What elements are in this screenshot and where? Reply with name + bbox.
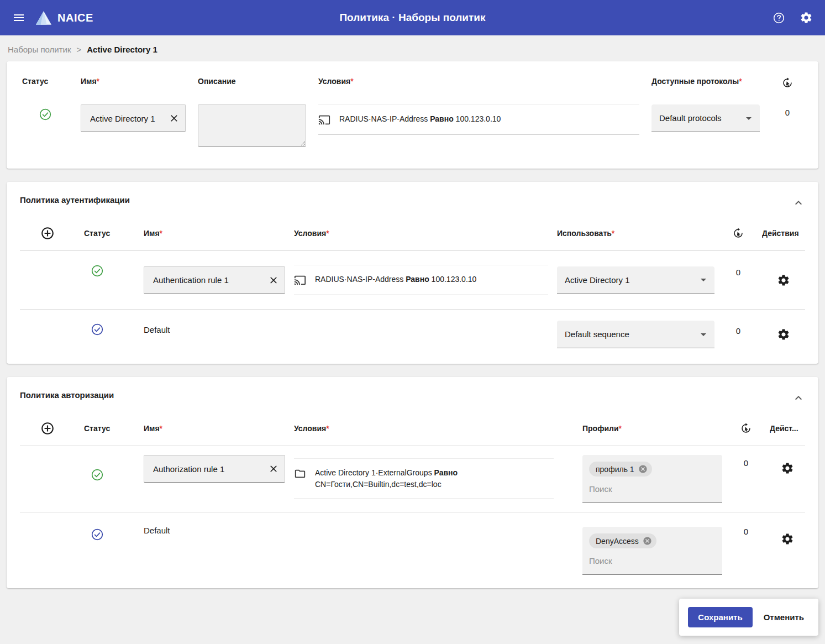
settings-button[interactable] [795, 7, 817, 29]
condition-item[interactable]: Active Directory 1·ExternalGroups Равно … [294, 467, 554, 490]
row-status-cell [84, 264, 135, 280]
status-ok-icon[interactable] [39, 108, 52, 121]
condition-text: RADIUS·NAS-IP-Address Равно 100.123.0.10 [315, 274, 476, 285]
row-settings-button[interactable] [779, 530, 796, 548]
row-actions-cell [770, 459, 805, 477]
col-header-use: Использовать* [557, 229, 714, 238]
row-settings-button[interactable] [775, 271, 792, 289]
authentication-rule-row: RADIUS·NAS-IP-Address Равно 100.123.0.10… [20, 251, 805, 310]
authorization-table: Статус Имя* Условия* Профили* Дейст... [7, 409, 818, 588]
authorization-policy-card: Политика авторизации Статус Имя* Условия… [7, 377, 818, 588]
profiles-search-placeholder[interactable]: Поиск [589, 556, 716, 566]
col-header-protocols: Доступные протоколы* [651, 69, 760, 101]
profile-chip[interactable]: профиль 1 [589, 462, 652, 477]
authorization-section-header: Политика авторизации [7, 377, 818, 409]
condition-item[interactable]: RADIUS·NAS-IP-Address Равно 100.123.0.10 [294, 274, 548, 286]
col-header-hits [772, 69, 803, 104]
authorization-header-row: Статус Имя* Условия* Профили* Дейст... [20, 409, 805, 446]
profiles-field[interactable]: DenyAccess Поиск [582, 527, 722, 575]
status-ok-icon[interactable] [91, 323, 104, 338]
rule-conditions[interactable]: RADIUS·NAS-IP-Address Равно 100.123.0.10 [294, 265, 548, 295]
required-mark: * [619, 424, 622, 433]
close-icon [268, 463, 279, 474]
add-authorization-rule-button[interactable] [38, 419, 57, 438]
hit-counter: 0 [723, 264, 753, 277]
breadcrumb-separator: > [76, 45, 81, 54]
policy-set-name-field [81, 104, 186, 132]
policy-set-header-row: Статус Имя* Описание Условия* Доступные … [22, 69, 803, 104]
chevron-down-icon [697, 328, 710, 341]
row-actions-cell [762, 271, 805, 289]
hit-counter: 0 [731, 523, 761, 536]
chip-remove-icon[interactable] [643, 536, 652, 546]
save-button[interactable]: Сохранить [688, 607, 752, 627]
policy-set-name-input[interactable] [89, 113, 165, 124]
rule-name-field [144, 455, 285, 483]
col-header-name: Имя* [144, 229, 285, 238]
rule-name-input[interactable] [152, 464, 265, 474]
row-status-cell [84, 528, 135, 543]
gear-icon [781, 532, 794, 546]
profile-chip[interactable]: DenyAccess [589, 533, 656, 548]
policy-set-description-cell [198, 104, 306, 149]
rule-name-field [144, 266, 285, 294]
breadcrumb: Наборы политик > Active Directory 1 [0, 35, 825, 61]
authorization-default-row: Default DenyAccess Поиск 0 [20, 512, 805, 584]
hit-counter: 0 [772, 104, 803, 117]
col-header-actions: Дейст... [770, 424, 805, 433]
authentication-section-header: Политика аутентификации [7, 182, 818, 214]
row-settings-button[interactable] [779, 459, 796, 477]
identity-source-select[interactable]: Default sequence [557, 321, 714, 348]
status-ok-icon[interactable] [91, 468, 104, 484]
condition-item[interactable]: RADIUS·NAS-IP-Address Равно 100.123.0.10 [318, 113, 639, 126]
chip-label: профиль 1 [596, 465, 634, 474]
col-header-conditions: Условия* [294, 229, 548, 238]
breadcrumb-parent-link[interactable]: Наборы политик [8, 45, 71, 54]
clear-name-button[interactable] [265, 271, 282, 289]
policy-set-conditions[interactable]: RADIUS·NAS-IP-Address Равно 100.123.0.10 [318, 104, 639, 135]
row-settings-button[interactable] [775, 326, 792, 343]
profiles-search-placeholder[interactable]: Поиск [589, 484, 716, 494]
collapse-authentication-button[interactable] [787, 192, 810, 214]
required-mark: * [160, 424, 162, 433]
col-header-name: Имя* [144, 424, 285, 433]
status-ok-icon[interactable] [91, 264, 104, 280]
identity-source-select[interactable]: Active Directory 1 [557, 266, 714, 294]
col-header-status: Статус [22, 69, 69, 101]
row-status-cell [84, 468, 135, 484]
help-button[interactable] [768, 7, 790, 29]
clear-name-button[interactable] [265, 460, 282, 478]
col-header-name: Имя* [81, 69, 186, 101]
policy-set-status-cell [22, 104, 69, 123]
menu-button[interactable] [8, 7, 30, 29]
add-authentication-rule-button[interactable] [38, 224, 57, 243]
cancel-button[interactable]: Отменить [760, 607, 807, 627]
chip-remove-icon[interactable] [638, 464, 648, 474]
default-rule-label: Default [144, 526, 285, 535]
rule-name-input[interactable] [152, 275, 265, 285]
rule-conditions[interactable]: Active Directory 1·ExternalGroups Равно … [294, 458, 554, 499]
hits-icon [732, 227, 744, 239]
gear-icon [777, 274, 790, 287]
col-header-description: Описание [198, 69, 306, 101]
plus-circle-icon [40, 421, 55, 436]
add-cell [20, 419, 75, 438]
gear-icon [781, 462, 794, 475]
description-textarea[interactable] [198, 104, 306, 146]
protocols-select[interactable]: Default protocols [651, 104, 760, 132]
status-ok-icon[interactable] [91, 528, 104, 543]
hit-counter: 0 [731, 455, 761, 468]
folder-icon [294, 468, 306, 480]
authentication-policy-card: Политика аутентификации Статус Имя* Усло… [7, 182, 818, 364]
col-header-hits [731, 422, 761, 434]
required-mark: * [97, 77, 99, 86]
app-bar: NAICE Политика · Наборы политик [0, 0, 825, 35]
col-header-profiles: Профили* [582, 424, 722, 433]
collapse-authorization-button[interactable] [787, 387, 810, 409]
close-icon [268, 275, 279, 286]
col-header-conditions: Условия* [294, 424, 574, 433]
required-mark: * [612, 229, 614, 238]
profiles-field[interactable]: профиль 1 Поиск [582, 455, 722, 503]
clear-name-button[interactable] [165, 109, 183, 127]
chevron-down-icon [742, 112, 755, 125]
